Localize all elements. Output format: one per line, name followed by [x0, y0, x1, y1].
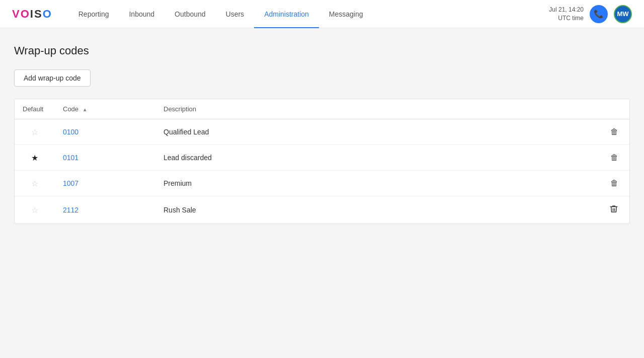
- table-header-row: Default Code ▲ Description: [15, 99, 629, 119]
- star-icon[interactable]: ☆: [31, 128, 38, 136]
- col-header-actions: [598, 99, 629, 119]
- code-link[interactable]: 1007: [63, 179, 78, 187]
- description-cell: Rush Sale: [155, 196, 598, 224]
- nav-messaging[interactable]: Messaging: [319, 0, 373, 28]
- star-icon[interactable]: ☆: [31, 206, 38, 214]
- nav-reporting[interactable]: Reporting: [68, 0, 119, 28]
- nav-outbound[interactable]: Outbound: [165, 0, 216, 28]
- action-cell: 🗑: [598, 171, 629, 196]
- sort-icon: ▲: [83, 107, 88, 112]
- header: VOISO Reporting Inbound Outbound Users A…: [0, 0, 644, 28]
- description-text: Rush Sale: [164, 206, 196, 214]
- star-icon[interactable]: ★: [31, 154, 38, 162]
- page-title: Wrap-up codes: [14, 44, 630, 57]
- table-row: ☆ 1007 Premium 🗑: [15, 171, 629, 196]
- description-text: Lead discarded: [164, 154, 212, 162]
- date-display: Jul 21, 14:20: [549, 6, 584, 14]
- code-cell: 0100: [55, 119, 155, 145]
- description-cell: Lead discarded: [155, 145, 598, 171]
- main-nav: Reporting Inbound Outbound Users Adminis…: [68, 0, 549, 28]
- wrap-up-codes-table: Default Code ▲ Description ☆: [14, 99, 630, 224]
- add-wrap-up-code-button[interactable]: Add wrap-up code: [14, 69, 91, 87]
- trash-icon: [609, 204, 618, 213]
- description-text: Premium: [164, 179, 192, 187]
- phone-button[interactable]: 📞: [590, 5, 608, 23]
- default-cell: ★: [15, 145, 55, 171]
- timezone-display: UTC time: [549, 14, 584, 23]
- default-cell: ☆: [15, 196, 55, 224]
- description-cell: Premium: [155, 171, 598, 196]
- logo-s: S: [34, 8, 43, 21]
- action-cell: 🗑: [598, 145, 629, 171]
- col-header-default: Default: [15, 99, 55, 119]
- delete-button[interactable]: 🗑: [607, 177, 621, 190]
- table-row: ☆ 0100 Qualified Lead 🗑: [15, 119, 629, 145]
- nav-users[interactable]: Users: [216, 0, 255, 28]
- col-header-code[interactable]: Code ▲: [55, 99, 155, 119]
- code-cell: 2112: [55, 196, 155, 224]
- header-right: Jul 21, 14:20 UTC time 📞 MW: [549, 5, 632, 23]
- avatar[interactable]: MW: [614, 5, 632, 23]
- main-content: Wrap-up codes Add wrap-up code Default C…: [0, 28, 644, 240]
- action-cell: Delete: [598, 196, 629, 224]
- star-icon[interactable]: ☆: [31, 179, 38, 188]
- col-header-description: Description: [155, 99, 598, 119]
- delete-button[interactable]: 🗑: [607, 151, 621, 164]
- logo-o1: O: [21, 8, 30, 21]
- delete-button[interactable]: [606, 202, 621, 218]
- delete-button[interactable]: 🗑: [607, 125, 621, 138]
- description-text: Qualified Lead: [164, 128, 209, 136]
- description-cell: Qualified Lead: [155, 119, 598, 145]
- nav-administration[interactable]: Administration: [254, 0, 319, 28]
- code-link[interactable]: 2112: [63, 206, 78, 214]
- code-link[interactable]: 0101: [63, 154, 78, 162]
- phone-icon: 📞: [594, 9, 604, 19]
- code-link[interactable]: 0100: [63, 128, 78, 136]
- table-row: ★ 0101 Lead discarded 🗑: [15, 145, 629, 171]
- code-cell: 0101: [55, 145, 155, 171]
- datetime: Jul 21, 14:20 UTC time: [549, 6, 584, 23]
- code-cell: 1007: [55, 171, 155, 196]
- action-cell: 🗑: [598, 119, 629, 145]
- logo-i: I: [30, 8, 34, 21]
- logo-o2: O: [43, 8, 52, 21]
- default-cell: ☆: [15, 171, 55, 196]
- logo-v: V: [12, 8, 21, 21]
- table-row: ☆ 2112 Rush Sale: [15, 196, 629, 224]
- nav-inbound[interactable]: Inbound: [119, 0, 165, 28]
- default-cell: ☆: [15, 119, 55, 145]
- logo[interactable]: VOISO: [12, 8, 52, 21]
